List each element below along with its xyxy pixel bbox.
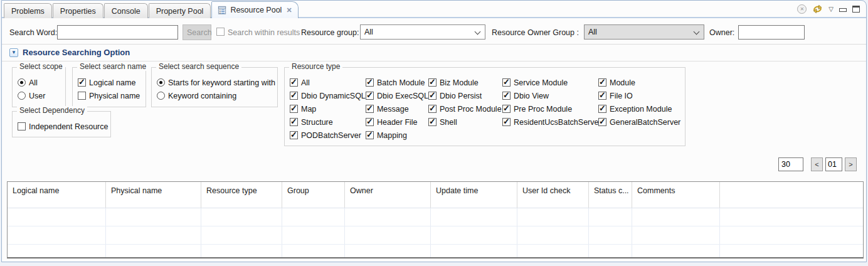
table-cell — [201, 245, 282, 258]
minimize-icon[interactable] — [839, 8, 847, 12]
resource-group-select[interactable]: All — [360, 24, 485, 40]
owner-input[interactable] — [738, 25, 805, 40]
resource-type-option[interactable]: Post Proc Module — [428, 102, 502, 115]
table-row[interactable] — [8, 208, 863, 226]
resource-type-option[interactable]: Biz Module — [428, 76, 502, 89]
checkbox-label: Independent Resource — [29, 122, 108, 131]
starts-with-radio[interactable]: Starts for keyword starting with — [157, 76, 272, 89]
view-menu-icon[interactable]: ▽ — [828, 6, 834, 13]
close-disabled-icon[interactable]: ✕ — [797, 4, 807, 14]
resource-type-group: Resource type All Dbio DynamicSQL Map — [284, 67, 685, 146]
resource-type-option[interactable]: Message — [366, 102, 428, 115]
owner-label: Owner: — [709, 28, 734, 37]
resource-type-option[interactable]: Dbio ExecSQL — [366, 89, 428, 102]
view-toolbar: ✕ ▽ — [797, 4, 860, 14]
independent-resource-checkbox[interactable]: Independent Resource — [18, 120, 105, 133]
checkbox-icon — [290, 131, 298, 139]
checkbox-icon — [502, 118, 511, 126]
table-cell — [589, 226, 632, 244]
search-word-input[interactable] — [57, 25, 178, 40]
radio-label: User — [29, 92, 45, 100]
column-header-group[interactable]: Group — [282, 182, 345, 208]
collapse-toggle-icon[interactable]: ▼ — [9, 48, 18, 57]
tab-console[interactable]: Console — [104, 3, 148, 18]
sync-icon[interactable] — [812, 4, 823, 14]
resource-type-column: Biz Module Dbio Persist Post Proc Module… — [428, 76, 502, 142]
table-cell — [720, 208, 863, 226]
resource-type-column: All Dbio DynamicSQL Map Structure — [290, 76, 366, 142]
scope-user-radio[interactable]: User — [18, 89, 60, 102]
column-header-owner[interactable]: Owner — [345, 182, 431, 208]
resource-type-option[interactable]: Exception Module — [598, 102, 680, 115]
resource-type-option[interactable]: Dbio View — [502, 89, 598, 102]
checkbox-label: Map — [301, 105, 316, 114]
table-cell — [431, 245, 517, 258]
keyword-containing-radio[interactable]: Keyword containing — [157, 89, 272, 102]
resource-owner-group-value: All — [588, 28, 597, 36]
table-cell — [106, 245, 201, 258]
checkbox-label: Exception Module — [610, 105, 672, 114]
column-header-comments[interactable]: Comments — [632, 182, 720, 208]
checkbox-icon — [290, 118, 298, 126]
select-search-name-group: Select search name Logical name Physical… — [72, 67, 146, 107]
checkbox-icon — [366, 78, 374, 87]
radio-icon — [18, 92, 26, 100]
resource-type-option[interactable]: Dbio DynamicSQL — [290, 89, 366, 102]
resource-type-option[interactable]: GeneralBatchServer — [598, 115, 680, 129]
column-header-update-time[interactable]: Update time — [431, 182, 517, 208]
checkbox-icon — [428, 118, 437, 126]
prev-page-button[interactable]: < — [811, 157, 823, 171]
checkbox-icon — [428, 105, 437, 113]
checkbox-icon — [428, 92, 437, 100]
resource-type-option[interactable]: File IO — [598, 89, 680, 102]
resource-type-option[interactable]: Header File — [366, 115, 428, 129]
logical-name-checkbox[interactable]: Logical name — [78, 76, 140, 89]
chevron-down-icon — [694, 29, 700, 35]
tab-property-pool[interactable]: Property Pool — [149, 3, 211, 18]
table-cell — [282, 226, 345, 244]
table-row[interactable] — [8, 226, 863, 245]
tab-close-icon[interactable]: ✕ — [286, 6, 292, 14]
column-header-resource-type[interactable]: Resource type — [201, 182, 282, 208]
results-table[interactable]: Logical name Physical name Resource type… — [7, 181, 864, 258]
resource-type-option[interactable]: Pre Proc Module — [502, 102, 598, 115]
resource-type-option[interactable]: Module — [598, 76, 680, 89]
column-header-logical-name[interactable]: Logical name — [8, 182, 106, 208]
table-cell — [720, 245, 863, 258]
resource-type-option[interactable]: Dbio Persist — [428, 89, 502, 102]
page-number-input[interactable] — [825, 157, 842, 171]
maximize-icon[interactable] — [852, 6, 860, 13]
tab-properties[interactable]: Properties — [53, 3, 103, 18]
checkbox-icon — [598, 78, 606, 87]
resource-type-option[interactable]: Structure — [290, 115, 366, 129]
table-cell — [282, 245, 345, 258]
table-cell — [589, 208, 632, 226]
resource-type-option[interactable]: All — [290, 76, 366, 89]
table-cell — [517, 245, 589, 258]
resource-type-option[interactable]: Service Module — [502, 76, 598, 89]
view-frame: Problems Properties Console Property Poo… — [1, 0, 867, 262]
tab-problems[interactable]: Problems — [4, 3, 52, 18]
table-row[interactable] — [8, 245, 863, 258]
column-header-physical-name[interactable]: Physical name — [106, 182, 201, 208]
search-button[interactable]: Search — [183, 24, 211, 40]
resource-type-option[interactable]: Shell — [428, 115, 502, 129]
table-cell — [345, 226, 431, 244]
column-header-status-check[interactable]: Status c... — [589, 182, 632, 208]
scope-all-radio[interactable]: All — [18, 76, 60, 89]
resource-owner-group-select[interactable]: All — [584, 24, 704, 40]
search-within-results-checkbox[interactable] — [216, 28, 225, 36]
checkbox-icon — [598, 118, 606, 126]
checkbox-label: Module — [610, 78, 635, 87]
tab-resource-pool[interactable]: Resource Pool ✕ — [211, 1, 298, 18]
column-header-user-id-check[interactable]: User Id check — [517, 182, 589, 208]
physical-name-checkbox[interactable]: Physical name — [78, 89, 140, 102]
checkbox-label: Biz Module — [440, 78, 479, 87]
resource-type-option[interactable]: Batch Module — [366, 76, 428, 89]
resource-type-option[interactable]: Map — [290, 102, 366, 115]
resource-type-option[interactable]: ResidentUcsBatchServer — [502, 115, 598, 129]
page-size-input[interactable] — [778, 157, 803, 171]
resource-type-option[interactable]: Mapping — [366, 129, 428, 142]
resource-type-option[interactable]: PODBatchServer — [290, 129, 366, 142]
next-page-button[interactable]: > — [845, 157, 857, 171]
